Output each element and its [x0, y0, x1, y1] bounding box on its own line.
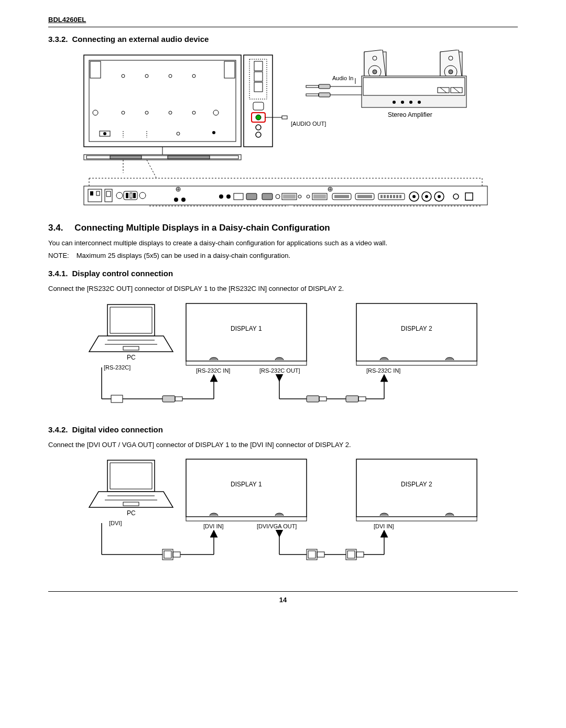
note-34-label: NOTE:: [48, 251, 69, 260]
heading-34: 3.4.Connecting Multiple Displays in a Da…: [48, 223, 518, 233]
svg-rect-150: [356, 459, 477, 517]
label-amp: Stereo Amplifier: [388, 111, 432, 118]
svg-point-112: [412, 195, 416, 198]
svg-rect-109: [396, 195, 398, 198]
svg-rect-92: [246, 193, 257, 200]
label-pc-port-rs: [RS-232C]: [104, 364, 130, 371]
svg-rect-78: [130, 193, 132, 198]
label-pc-port-dvi: [DVI]: [109, 520, 122, 526]
svg-point-19: [212, 131, 215, 134]
heading-342-num: 3.4.2.: [48, 425, 68, 434]
svg-rect-124: [186, 303, 307, 361]
svg-point-60: [393, 101, 396, 104]
label-audio-out: [AUDIO OUT]: [291, 121, 326, 127]
svg-rect-142: [358, 397, 366, 401]
svg-rect-100: [334, 195, 349, 198]
laptop-icon: [89, 305, 173, 352]
svg-rect-106: [387, 195, 389, 198]
svg-rect-141: [346, 396, 358, 402]
svg-rect-72: [96, 191, 100, 195]
text-34: You can interconnect multiple displays t…: [48, 238, 518, 248]
svg-rect-38: [306, 85, 319, 88]
heading-34-num: 3.4.: [48, 223, 63, 233]
svg-point-88: [181, 198, 186, 202]
heading-332-num: 3.3.2.: [48, 35, 68, 44]
heading-341: 3.4.1.Display control connection: [48, 269, 518, 278]
svg-rect-110: [399, 195, 401, 198]
svg-rect-71: [90, 191, 93, 195]
svg-point-89: [219, 194, 223, 199]
heading-332-title: Connecting an external audio device: [72, 35, 209, 44]
svg-rect-138: [307, 396, 319, 402]
svg-point-34: [256, 132, 261, 137]
svg-point-117: [453, 194, 459, 199]
svg-rect-79: [133, 193, 136, 198]
label-d1-in-dvi: [DVI IN]: [203, 523, 224, 529]
diagram-audio: [AUDIO OUT] Audio In Stereo Amplifier: [48, 50, 518, 212]
label-d1-in-rs: [RS-232C IN]: [196, 367, 230, 374]
label-pc-rs: PC: [127, 354, 136, 361]
svg-point-63: [418, 101, 421, 104]
heading-342: 3.4.2.Digital video connection: [48, 425, 518, 434]
svg-rect-27: [254, 61, 263, 71]
svg-rect-93: [262, 193, 273, 200]
label-d2-in-dvi: [DVI IN]: [374, 523, 394, 529]
label-d2-dvi: DISPLAY 2: [401, 481, 432, 488]
heading-342-title: Digital video connection: [72, 425, 163, 434]
svg-point-114: [425, 195, 428, 198]
heading-341-num: 3.4.1.: [48, 269, 68, 278]
label-pc-dvi: PC: [127, 509, 136, 517]
svg-point-116: [438, 195, 441, 198]
label-d1-rs: DISPLAY 1: [231, 325, 262, 332]
svg-point-62: [409, 101, 412, 104]
svg-rect-167: [356, 552, 364, 557]
laptop-icon-2: [89, 460, 173, 507]
text-342: Connect the [DVI OUT / VGA OUT] connecto…: [48, 440, 518, 450]
diagram-dvi: PC [DVI] DISPLAY 1 [DVI IN] [DVI/VGA OUT…: [48, 455, 518, 570]
diagram-rs232: PC [RS-232C] DISPLAY 1 [RS-232C IN] [RS-…: [48, 299, 518, 415]
svg-rect-149: [186, 517, 307, 521]
svg-point-75: [116, 192, 123, 199]
svg-point-96: [298, 195, 301, 198]
svg-rect-129: [111, 395, 123, 403]
svg-rect-132: [162, 396, 175, 402]
svg-rect-55: [363, 78, 465, 95]
note-34-text: Maximum 25 displays (5x5) can be used in…: [77, 252, 290, 259]
svg-rect-26: [249, 59, 267, 99]
svg-rect-105: [384, 195, 386, 198]
label-d1-out-dvi: [DVI/VGA OUT]: [257, 523, 297, 529]
svg-rect-25: [244, 55, 273, 147]
svg-rect-28: [254, 72, 263, 81]
svg-point-14: [103, 132, 106, 135]
svg-rect-24: [168, 156, 210, 159]
svg-point-80: [139, 192, 146, 199]
heading-34-title: Connecting Multiple Displays in a Daisy-…: [74, 223, 330, 233]
svg-rect-118: [465, 193, 473, 200]
svg-rect-126: [356, 303, 477, 361]
svg-rect-0: [84, 55, 241, 147]
svg-rect-77: [126, 193, 128, 198]
svg-rect-151: [356, 517, 477, 521]
svg-rect-139: [319, 397, 326, 401]
svg-rect-23: [110, 156, 142, 159]
heading-332: 3.3.2.Connecting an external audio devic…: [48, 35, 518, 44]
svg-rect-163: [317, 552, 324, 557]
svg-point-97: [307, 195, 310, 198]
page-number: 14: [48, 591, 518, 604]
svg-rect-37: [319, 84, 330, 89]
label-audio-in: Audio In: [332, 75, 353, 81]
svg-rect-148: [186, 459, 307, 517]
model-header: BDL4260EL: [48, 16, 518, 27]
svg-point-53: [449, 70, 453, 74]
svg-point-32: [256, 115, 261, 120]
svg-point-87: [174, 198, 178, 202]
svg-rect-22: [86, 156, 238, 159]
svg-line-65: [147, 160, 156, 178]
svg-rect-133: [175, 397, 182, 401]
svg-rect-104: [380, 195, 383, 198]
svg-point-48: [373, 70, 377, 74]
label-d1-out-rs: [RS-232C OUT]: [259, 367, 300, 374]
svg-rect-156: [173, 552, 180, 557]
text-341: Connect the [RS232C OUT] connector of DI…: [48, 284, 518, 294]
heading-341-title: Display control connection: [72, 269, 173, 278]
